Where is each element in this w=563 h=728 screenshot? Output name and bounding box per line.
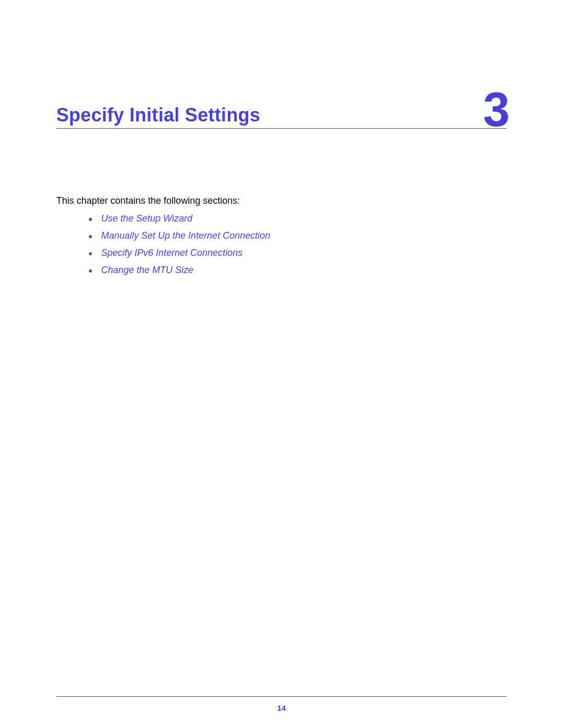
footer-rule (56, 696, 507, 697)
section-list: Use the Setup Wizard Manually Set Up the… (89, 212, 507, 277)
page-content: Specify Initial Settings 3 This chapter … (56, 104, 507, 728)
section-link-mtu[interactable]: Change the MTU Size (101, 265, 193, 275)
section-link-setup-wizard[interactable]: Use the Setup Wizard (101, 213, 192, 224)
section-link-ipv6[interactable]: Specify IPv6 Internet Connections (101, 248, 242, 258)
list-item: Change the MTU Size (89, 263, 507, 277)
list-item: Specify IPv6 Internet Connections (89, 246, 507, 260)
chapter-number: 3 (483, 91, 510, 129)
list-item: Manually Set Up the Internet Connection (89, 229, 507, 243)
intro-text: This chapter contains the following sect… (56, 195, 507, 206)
list-item: Use the Setup Wizard (89, 212, 507, 226)
section-link-manual-internet[interactable]: Manually Set Up the Internet Connection (101, 230, 270, 241)
page-number: 14 (0, 704, 563, 712)
chapter-header: Specify Initial Settings 3 (56, 104, 507, 129)
chapter-title: Specify Initial Settings (56, 104, 260, 126)
